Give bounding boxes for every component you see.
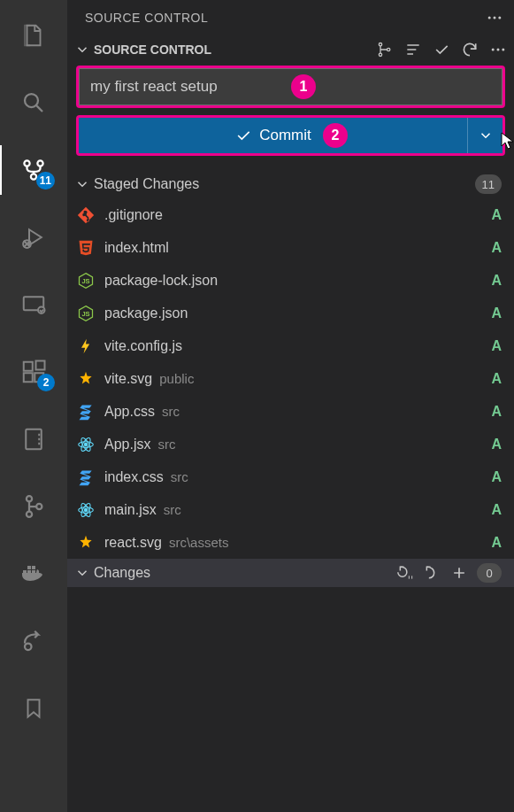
file-name: .gitignore	[104, 207, 163, 223]
file-name: App.jsx	[104, 437, 150, 452]
commit-button-highlight: Commit 2	[76, 115, 505, 156]
notebook-icon[interactable]	[0, 414, 67, 464]
view-list-icon[interactable]	[404, 41, 422, 58]
commit-check-icon[interactable]	[433, 41, 450, 58]
discard-all-icon[interactable]	[397, 564, 415, 582]
file-row[interactable]: App.jsxsrcA	[67, 428, 514, 460]
file-status-badge: A	[491, 240, 502, 256]
chevron-down-icon	[74, 42, 90, 58]
share-icon[interactable]	[0, 616, 67, 666]
panel-header: SOURCE CONTROL	[67, 0, 514, 35]
stage-all-icon[interactable]	[450, 564, 468, 582]
file-type-icon: JS	[76, 271, 96, 290]
file-row[interactable]: vite.svgpublicA	[67, 362, 514, 395]
file-status-badge: A	[491, 338, 502, 354]
changes-count-badge: 0	[477, 563, 502, 583]
svg-point-25	[379, 53, 381, 56]
file-row[interactable]: main.jsxsrcA	[67, 493, 514, 526]
svg-point-27	[492, 49, 495, 51]
svg-rect-8	[24, 373, 33, 382]
file-status-badge: A	[491, 273, 502, 289]
view-as-tree-icon[interactable]	[376, 41, 394, 58]
file-path: src	[164, 502, 181, 517]
svg-point-24	[379, 43, 381, 46]
svg-point-32	[84, 443, 87, 445]
svg-point-28	[497, 49, 500, 51]
svg-point-2	[37, 160, 42, 166]
svg-point-0	[25, 94, 38, 107]
file-name: main.jsx	[104, 502, 157, 518]
svg-point-13	[27, 512, 32, 517]
remote-explorer-icon[interactable]	[0, 280, 67, 329]
scm-badge: 11	[36, 172, 55, 189]
svg-point-23	[498, 17, 501, 19]
file-type-icon	[76, 238, 96, 258]
file-type-icon	[76, 205, 96, 225]
file-row[interactable]: App.csssrcA	[67, 395, 514, 428]
svg-text:JS: JS	[81, 310, 89, 318]
svg-rect-7	[24, 362, 33, 371]
panel-title: SOURCE CONTROL	[85, 11, 208, 25]
extensions-badge: 2	[37, 374, 55, 391]
undo-icon[interactable]	[424, 564, 441, 582]
file-status-badge: A	[491, 371, 502, 387]
file-type-icon	[76, 533, 96, 553]
file-type-icon	[76, 500, 96, 520]
file-path: src\assets	[169, 535, 229, 550]
file-type-icon	[76, 369, 96, 389]
run-debug-icon[interactable]	[0, 213, 67, 262]
file-path: src	[162, 404, 180, 419]
commit-button-main[interactable]: Commit	[79, 118, 467, 153]
changes-header[interactable]: Changes 0	[67, 559, 514, 587]
git-graph-icon[interactable]	[0, 482, 67, 531]
file-row[interactable]: .gitignoreA	[67, 198, 514, 231]
source-control-icon[interactable]: 11	[0, 145, 67, 195]
svg-rect-10	[36, 361, 45, 370]
file-path: public	[159, 371, 194, 386]
file-type-icon	[76, 435, 96, 454]
mouse-cursor-icon	[500, 131, 514, 151]
file-row[interactable]: react.svgsrc\assetsA	[67, 526, 514, 559]
file-name: react.svg	[104, 535, 162, 551]
svg-point-36	[84, 508, 87, 511]
more-actions-icon[interactable]	[489, 41, 507, 58]
annotation-1: 1	[291, 74, 316, 99]
svg-rect-18	[27, 566, 31, 569]
file-status-badge: A	[491, 305, 502, 321]
svg-point-22	[494, 17, 496, 19]
file-path: src	[157, 437, 175, 452]
bookmark-icon[interactable]	[0, 684, 67, 733]
svg-point-14	[36, 504, 42, 509]
file-status-badge: A	[491, 502, 502, 518]
repo-section-header[interactable]: SOURCE CONTROL	[67, 35, 514, 64]
staged-changes-header[interactable]: Staged Changes 11	[67, 170, 514, 198]
file-name: index.css	[104, 469, 164, 485]
file-row[interactable]: JSpackage-lock.jsonA	[67, 264, 514, 297]
refresh-icon[interactable]	[461, 41, 479, 58]
file-type-icon	[76, 468, 96, 487]
commit-message-highlight: 1	[76, 66, 505, 108]
svg-text:JS: JS	[81, 277, 89, 285]
extensions-icon[interactable]: 2	[0, 347, 67, 397]
search-icon[interactable]	[0, 78, 67, 128]
repo-section-title: SOURCE CONTROL	[94, 43, 211, 57]
file-row[interactable]: index.csssrcA	[67, 460, 514, 493]
svg-rect-19	[32, 566, 35, 569]
commit-dropdown-button[interactable]	[467, 118, 502, 153]
more-actions-icon[interactable]	[486, 9, 503, 27]
activity-bar: 11 2	[0, 0, 67, 812]
file-name: index.html	[104, 240, 169, 256]
explorer-icon[interactable]	[0, 11, 67, 60]
chevron-down-icon	[74, 176, 90, 192]
staged-file-list: .gitignoreAindex.htmlAJSpackage-lock.jso…	[67, 198, 514, 559]
staged-changes-title: Staged Changes	[94, 176, 199, 192]
commit-button[interactable]: Commit	[79, 118, 502, 153]
file-row[interactable]: index.htmlA	[67, 231, 514, 264]
annotation-2: 2	[323, 123, 348, 148]
svg-point-20	[25, 644, 32, 651]
file-name: vite.svg	[104, 371, 152, 387]
docker-icon[interactable]	[0, 549, 67, 599]
file-row[interactable]: vite.config.jsA	[67, 329, 514, 362]
file-type-icon	[76, 402, 96, 421]
file-row[interactable]: JSpackage.jsonA	[67, 297, 514, 329]
